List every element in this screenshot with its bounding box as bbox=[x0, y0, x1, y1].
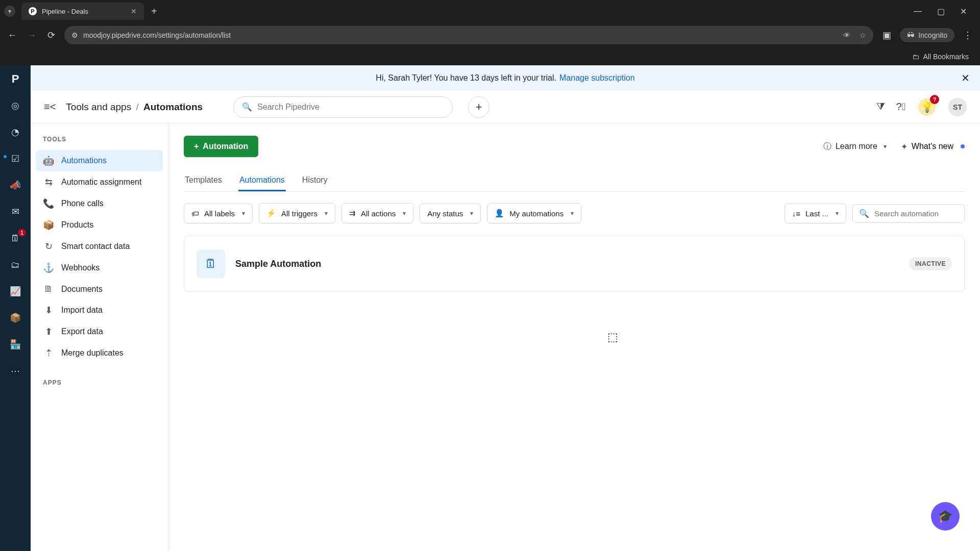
filter-actions[interactable]: ⇉All actions▾ bbox=[341, 203, 413, 223]
chevron-down-icon: ▾ bbox=[325, 210, 328, 217]
chevron-down-icon: ▾ bbox=[571, 210, 574, 217]
chevron-down-icon: ▾ bbox=[242, 210, 245, 217]
filter-owner[interactable]: 👤My automations▾ bbox=[487, 203, 581, 223]
favicon-icon: P bbox=[29, 7, 37, 15]
webhook-icon: ⚓ bbox=[43, 262, 54, 273]
sidepanel-icon[interactable]: ▣ bbox=[880, 30, 893, 41]
nav-mail-icon[interactable]: ✉ bbox=[9, 205, 22, 218]
vertical-nav: P ◎ ◔ ☑ 📣 ✉ 1🗓 🗂 📈 📦 🏪 ⋯ bbox=[0, 65, 31, 551]
document-icon: 🗎 bbox=[43, 284, 54, 294]
all-bookmarks-button[interactable]: All Bookmarks bbox=[923, 53, 969, 61]
automation-search-input[interactable] bbox=[874, 209, 958, 218]
learn-more-button[interactable]: ⓘ Learn more ▾ bbox=[823, 141, 887, 152]
nav-activities-icon[interactable]: 1🗓 bbox=[9, 232, 22, 245]
sidebar-item-webhooks[interactable]: ⚓Webhooks bbox=[36, 257, 163, 279]
download-icon: ⬇ bbox=[43, 305, 54, 316]
new-tab-button[interactable]: + bbox=[146, 6, 162, 17]
browser-tab[interactable]: P Pipeline - Deals ✕ bbox=[21, 3, 144, 20]
manage-subscription-link[interactable]: Manage subscription bbox=[559, 73, 635, 83]
user-icon: 👤 bbox=[495, 209, 504, 218]
star-icon[interactable]: ☆ bbox=[860, 31, 866, 39]
tab-history[interactable]: History bbox=[301, 170, 329, 191]
sidebar-item-smart-contact-data[interactable]: ↻Smart contact data bbox=[36, 236, 163, 257]
pipedrive-logo-icon[interactable]: P bbox=[12, 72, 19, 86]
sidebar-item-import-data[interactable]: ⬇Import data bbox=[36, 299, 163, 321]
browser-menu-icon[interactable]: ⋮ bbox=[962, 30, 974, 41]
arrows-icon: ⇉ bbox=[349, 209, 356, 218]
automation-search[interactable]: 🔍 bbox=[852, 204, 965, 223]
chevron-down-icon: ▾ bbox=[470, 210, 473, 217]
tab-automations[interactable]: Automations bbox=[238, 170, 286, 191]
phone-icon: 📞 bbox=[43, 198, 54, 209]
eye-off-icon[interactable]: 👁 bbox=[843, 31, 850, 39]
url-text: moodjoy.pipedrive.com/settings/automatio… bbox=[83, 31, 231, 39]
help-icon[interactable]: ?⃝ bbox=[896, 101, 905, 113]
nav-projects-icon[interactable]: ☑ bbox=[9, 152, 22, 165]
nav-marketplace-icon[interactable]: 🏪 bbox=[9, 338, 22, 351]
graduation-cap-icon: 🎓 bbox=[938, 509, 953, 523]
collapse-sidebar-icon[interactable]: ≡< bbox=[44, 101, 56, 113]
close-tab-icon[interactable]: ✕ bbox=[131, 7, 137, 15]
incognito-badge: 🕶 Incognito bbox=[900, 28, 954, 42]
minimize-icon[interactable]: — bbox=[914, 7, 922, 16]
calendar-icon: 🗓 bbox=[197, 249, 225, 278]
sales-assistant-button[interactable]: 💡 ? bbox=[917, 97, 937, 117]
tag-icon: 🏷 bbox=[191, 209, 199, 218]
extensions-icon[interactable]: ⧩ bbox=[876, 101, 885, 113]
filter-labels[interactable]: 🏷All labels▾ bbox=[184, 204, 253, 223]
nav-target-icon[interactable]: ◎ bbox=[9, 99, 22, 112]
sidebar-item-automations[interactable]: 🤖Automations bbox=[36, 150, 163, 171]
merge-icon: ⇡ bbox=[43, 347, 54, 359]
site-settings-icon[interactable]: ⚙ bbox=[71, 31, 78, 39]
filter-triggers[interactable]: ⚡All triggers▾ bbox=[259, 203, 335, 223]
nav-insights-icon[interactable]: 📈 bbox=[9, 285, 22, 298]
search-icon: 🔍 bbox=[242, 102, 252, 112]
trial-text: Hi, Sarah Tyler! You have 13 days left i… bbox=[376, 73, 556, 83]
forward-icon[interactable]: → bbox=[26, 30, 38, 41]
sidebar-item-merge-duplicates[interactable]: ⇡Merge duplicates bbox=[36, 342, 163, 364]
tab-title: Pipeline - Deals bbox=[42, 8, 88, 15]
nav-deals-icon[interactable]: ◔ bbox=[9, 126, 22, 139]
sidebar-item-automatic-assignment[interactable]: ⇆Automatic assignment bbox=[36, 171, 163, 193]
trial-banner: Hi, Sarah Tyler! You have 13 days left i… bbox=[31, 65, 980, 91]
breadcrumb-parent[interactable]: Tools and apps bbox=[66, 102, 131, 112]
nav-contacts-icon[interactable]: 🗂 bbox=[9, 258, 22, 271]
sparkle-icon: ✦ bbox=[901, 142, 908, 152]
back-icon[interactable]: ← bbox=[6, 30, 18, 41]
upload-icon: ⬆ bbox=[43, 326, 54, 337]
nav-campaigns-icon[interactable]: 📣 bbox=[9, 179, 22, 192]
reload-icon[interactable]: ⟳ bbox=[45, 30, 57, 41]
user-avatar[interactable]: ST bbox=[948, 98, 967, 116]
automation-title: Sample Automation bbox=[235, 259, 321, 269]
academy-fab[interactable]: 🎓 bbox=[931, 502, 960, 531]
whats-new-button[interactable]: ✦ What's new bbox=[901, 142, 965, 152]
maximize-icon[interactable]: ▢ bbox=[937, 7, 945, 16]
sidebar-item-export-data[interactable]: ⬆Export data bbox=[36, 321, 163, 342]
close-window-icon[interactable]: ✕ bbox=[960, 7, 967, 16]
nav-more-icon[interactable]: ⋯ bbox=[9, 364, 22, 378]
sidebar-heading-apps: APPS bbox=[36, 379, 163, 386]
sidebar-item-products[interactable]: 📦Products bbox=[36, 214, 163, 236]
sidebar-item-documents[interactable]: 🗎Documents bbox=[36, 279, 163, 299]
global-search[interactable]: 🔍 bbox=[233, 96, 453, 118]
assistant-badge: ? bbox=[930, 95, 939, 104]
robot-icon: 🤖 bbox=[43, 155, 54, 166]
search-input[interactable] bbox=[257, 103, 444, 112]
nav-products-icon[interactable]: 📦 bbox=[9, 311, 22, 324]
filter-sort[interactable]: ↓≡Last ...▾ bbox=[785, 204, 846, 223]
refresh-icon: ↻ bbox=[43, 241, 54, 252]
tab-dropdown[interactable]: ▾ bbox=[4, 6, 15, 17]
filter-status[interactable]: Any status▾ bbox=[420, 204, 481, 223]
sidebar-item-phone-calls[interactable]: 📞Phone calls bbox=[36, 193, 163, 214]
folder-icon: 🗀 bbox=[912, 53, 919, 61]
sidebar-heading-tools: TOOLS bbox=[36, 136, 163, 143]
tab-templates[interactable]: Templates bbox=[184, 170, 223, 191]
breadcrumb: Tools and apps / Automations bbox=[66, 102, 203, 113]
quick-add-button[interactable]: + bbox=[468, 96, 489, 118]
close-banner-icon[interactable]: ✕ bbox=[961, 72, 970, 84]
settings-sidebar: TOOLS 🤖Automations ⇆Automatic assignment… bbox=[31, 123, 168, 551]
new-automation-button[interactable]: + Automation bbox=[184, 136, 258, 157]
url-bar[interactable]: ⚙ moodjoy.pipedrive.com/settings/automat… bbox=[64, 26, 873, 44]
automation-row[interactable]: 🗓 Sample Automation INACTIVE bbox=[184, 236, 965, 292]
chevron-down-icon: ▾ bbox=[836, 210, 839, 217]
